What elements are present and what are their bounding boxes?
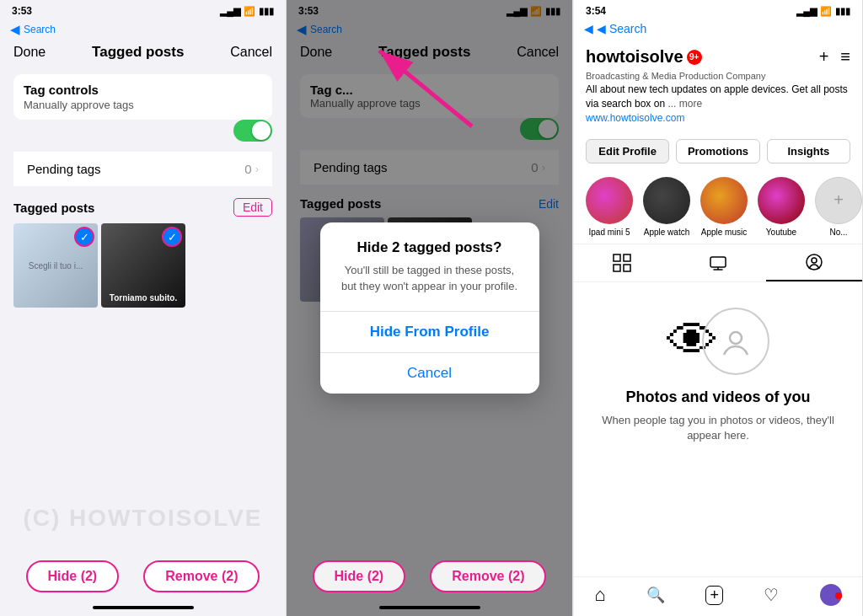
modal-desc: You'll still be tagged in these posts, b…: [320, 263, 539, 310]
time-1: 3:53: [12, 5, 32, 17]
edit-button-1[interactable]: Edit: [233, 198, 272, 217]
hide-modal: Hide 2 tagged posts? You'll still be tag…: [320, 222, 539, 393]
pending-tags-right: 0 ›: [244, 162, 259, 176]
highlight-circle-4: [758, 177, 805, 224]
svg-point-8: [812, 258, 817, 263]
profile-header: howtoisolve 9+ + ≡ Broadcasting & Media …: [574, 40, 862, 132]
tagged-heading: Photos and videos of you: [625, 388, 810, 406]
svg-line-1: [379, 51, 472, 126]
profile-name-row: howtoisolve 9+ + ≡: [586, 47, 850, 67]
svg-rect-4: [614, 265, 620, 271]
home-indicator-1: [93, 606, 194, 609]
tagged-desc: When people tag you in photos or videos,…: [591, 413, 845, 443]
modal-overlay[interactable]: Hide 2 tagged posts? You'll still be tag…: [287, 0, 572, 616]
post-check-2: ✓: [162, 227, 182, 247]
highlight-music[interactable]: Apple music: [700, 177, 748, 237]
highlight-more[interactable]: + No...: [815, 177, 862, 237]
highlight-label-2: Apple watch: [644, 228, 689, 237]
add-icon[interactable]: +: [819, 47, 829, 67]
wifi-icon: 📶: [244, 6, 255, 17]
back-arrow-search-1: ◀: [10, 22, 20, 37]
pending-tags-row[interactable]: Pending tags 0 ›: [13, 152, 272, 186]
tagged-posts-section-title: Tagged posts: [13, 201, 94, 215]
person-in-circle: [702, 308, 769, 375]
nav-bar-1: Done Tagged posts Cancel: [0, 40, 286, 67]
tagged-icons-row: 👁: [667, 308, 769, 375]
bottom-buttons-2: Hide (2) Remove (2): [287, 560, 572, 592]
toggle-row-1: [0, 120, 286, 148]
wifi-3: 📶: [820, 6, 832, 17]
p3-nav: ◀ ◀ Search: [574, 19, 862, 40]
svg-point-7: [807, 254, 822, 270]
tag-controls-card: Tag controls Manually approve tags: [13, 74, 272, 120]
promotions-button[interactable]: Promotions: [676, 139, 759, 163]
done-button-1[interactable]: Done: [13, 45, 46, 60]
grid-icon: [613, 254, 631, 272]
post-thumb-2[interactable]: Torniamo subito. ✓: [101, 223, 185, 308]
verified-badge: 9+: [687, 50, 702, 65]
hide-button-1[interactable]: Hide (2): [26, 560, 120, 592]
pending-tags-label: Pending tags: [27, 162, 101, 176]
search-label-3[interactable]: ◀ Search: [597, 22, 646, 35]
highlight-watch[interactable]: Apple watch: [643, 177, 690, 237]
signal-3: ▂▄▆: [796, 6, 817, 17]
svg-rect-5: [624, 265, 630, 271]
svg-rect-3: [624, 254, 630, 261]
svg-rect-6: [710, 257, 726, 267]
insights-button[interactable]: Insights: [767, 139, 850, 163]
battery-3: ▮▮▮: [835, 6, 850, 17]
status-icons-1: ▂▄▆ 📶 ▮▮▮: [220, 6, 274, 17]
tagged-tab[interactable]: [766, 244, 862, 281]
highlight-label-5: No...: [829, 228, 847, 237]
back-button-3[interactable]: ◀: [584, 22, 593, 35]
home-indicator-2: [379, 606, 480, 609]
posts-grid-1: Scegli il tuo i... ✓ Torniamo subito. ✓: [0, 223, 286, 308]
search-nav-icon[interactable]: 🔍: [646, 586, 665, 604]
search-label-1: Search: [24, 24, 56, 35]
hide-button-2[interactable]: Hide (2): [313, 560, 406, 592]
modal-title: Hide 2 tagged posts?: [320, 222, 539, 263]
highlight-youtube[interactable]: Youtube: [758, 177, 805, 237]
add-nav-icon[interactable]: +: [705, 586, 723, 605]
signal-icon: ▂▄▆: [220, 6, 240, 17]
avatar-nav-container: [820, 584, 842, 606]
panel-2: 3:53 ▂▄▆ 📶 ▮▮▮ ◀ Search Done Tagged post…: [287, 0, 573, 616]
highlight-ipad[interactable]: Ipad mini 5: [586, 177, 633, 237]
cancel-button-1[interactable]: Cancel: [230, 45, 272, 60]
highlight-circle-2: [643, 177, 690, 224]
tv-icon: [709, 254, 727, 272]
highlight-label-1: Ipad mini 5: [589, 228, 630, 237]
bottom-nav: ⌂ 🔍 + ♡: [574, 576, 862, 616]
tv-tab[interactable]: [670, 244, 766, 281]
svg-point-9: [730, 332, 742, 344]
edit-profile-button[interactable]: Edit Profile: [586, 139, 669, 163]
highlight-circle-3: [700, 177, 748, 224]
username: howtoisolve: [586, 47, 683, 67]
profile-category: Broadcasting & Media Production Company: [586, 70, 850, 83]
modal-cancel-button[interactable]: Cancel: [320, 353, 539, 394]
home-nav-icon[interactable]: ⌂: [594, 584, 605, 606]
remove-button-1[interactable]: Remove (2): [143, 560, 260, 592]
pending-tags-card: Pending tags 0 ›: [13, 152, 272, 186]
highlights-row: Ipad mini 5 Apple watch Apple music Yout…: [574, 170, 862, 244]
hide-from-profile-button[interactable]: Hide From Profile: [320, 312, 539, 352]
bio-text: All about new tech updates on apple devi…: [586, 83, 850, 111]
post-check-1: ✓: [74, 227, 94, 247]
highlight-label-3: Apple music: [701, 228, 747, 237]
remove-button-2[interactable]: Remove (2): [430, 560, 546, 592]
watermark-1: (C) HOWTOISOLVE: [0, 505, 286, 532]
grid-tab[interactable]: [574, 244, 670, 281]
profile-bio: Broadcasting & Media Production Company …: [586, 70, 850, 126]
website-link[interactable]: www.howtoisolve.com: [586, 111, 850, 126]
battery-icon: ▮▮▮: [259, 6, 274, 17]
heart-nav-icon[interactable]: ♡: [764, 585, 779, 605]
post-thumb-1[interactable]: Scegli il tuo i... ✓: [13, 223, 98, 308]
profile-name: howtoisolve 9+: [586, 47, 702, 67]
menu-icon[interactable]: ≡: [840, 47, 850, 67]
tag-controls-title: Tag controls: [24, 83, 262, 99]
action-buttons: Edit Profile Promotions Insights: [574, 132, 862, 170]
annotation-arrow: [362, 34, 480, 135]
more-link[interactable]: ... more: [667, 98, 702, 110]
tag-controls-toggle[interactable]: [233, 120, 272, 142]
tag-controls-sub: Manually approve tags: [24, 99, 262, 111]
